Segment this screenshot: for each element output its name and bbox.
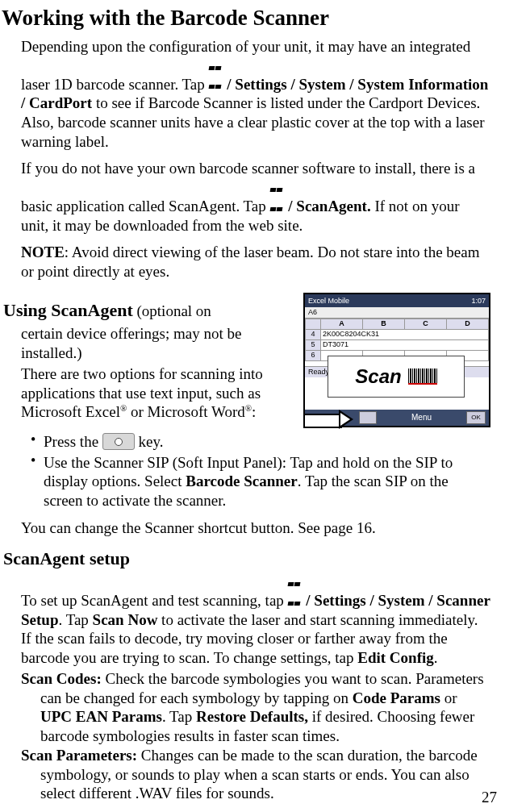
list-item: Press the key.: [44, 432, 490, 452]
button-name: Scan Now: [93, 611, 158, 628]
fig-scan-label: Scan: [355, 364, 401, 389]
intro-para-1: Depending upon the configuration of your…: [21, 37, 490, 152]
setup-para: To set up ScanAgent and test scanning, t…: [21, 573, 490, 668]
fig-app-title: Excel Mobile: [308, 294, 349, 307]
page-title: Working with the Barcode Scanner: [2, 5, 497, 32]
barcode-icon: [408, 369, 437, 385]
keyboard-icon: [359, 411, 377, 424]
scan-codes-label: Scan Codes:: [21, 670, 102, 687]
page-number: 27: [482, 788, 497, 807]
heading-suffix: (optional on: [133, 302, 211, 319]
menu-item-name: Barcode Scanner: [186, 473, 297, 489]
scan-codes-para: Scan Codes: Check the barcode symbologie…: [21, 669, 490, 746]
fig-status-ready: Ready: [308, 368, 329, 377]
fig-ok-button: OK: [466, 411, 486, 424]
scan-parameters-para: Scan Parameters: Changes can be made to …: [21, 746, 490, 803]
button-name: Edit Config: [357, 649, 434, 666]
fig-clock: 1:07: [471, 294, 486, 307]
callout-arrow-icon: [303, 411, 355, 427]
fig-scan-sip: Scan: [328, 356, 465, 398]
text: .: [434, 649, 438, 666]
fig-softkey-menu: Menu: [411, 413, 432, 423]
heading-using-scanagent: Using ScanAgent: [3, 300, 133, 320]
text: To set up ScanAgent and test scanning, t…: [21, 592, 288, 609]
button-name: Code Params: [353, 689, 440, 706]
text: or: [440, 689, 457, 706]
windows-start-icon: [209, 56, 223, 68]
heading-scanagent-setup: ScanAgent setup: [3, 548, 130, 568]
text: Press the: [44, 433, 102, 450]
scanagent-figure: Excel Mobile 1:07 A6 ABCD 42K00C8204CK31…: [303, 293, 490, 427]
text: or Microsoft Word: [127, 403, 244, 420]
text: . Tap: [58, 611, 92, 628]
intro-para-2: If you do not have your own barcode scan…: [21, 159, 490, 235]
registered-mark: ®: [245, 403, 252, 413]
scan-hardware-key-icon: [102, 433, 135, 450]
fig-cell-ref: A6: [305, 307, 489, 319]
scan-parameters-label: Scan Parameters:: [21, 747, 137, 764]
windows-start-icon: [288, 573, 303, 584]
note-text: : Avoid direct viewing of the laser beam…: [21, 244, 479, 280]
text: key.: [135, 433, 164, 450]
button-name: UPC EAN Params: [40, 708, 162, 725]
note-para: NOTE: Avoid direct viewing of the laser …: [21, 243, 490, 281]
list-item: Use the Scanner SIP (Soft Input Panel): …: [44, 453, 490, 510]
windows-start-icon: [270, 178, 285, 189]
text: . Tap: [162, 708, 196, 725]
note-label: NOTE: [21, 244, 65, 260]
nav-path: / ScanAgent.: [288, 198, 370, 214]
scan-options-list: Press the key. Use the Scanner SIP (Soft…: [44, 432, 490, 510]
button-name: Restore Defaults,: [196, 708, 308, 725]
shortcut-note: You can change the Scanner shortcut butt…: [21, 518, 490, 538]
